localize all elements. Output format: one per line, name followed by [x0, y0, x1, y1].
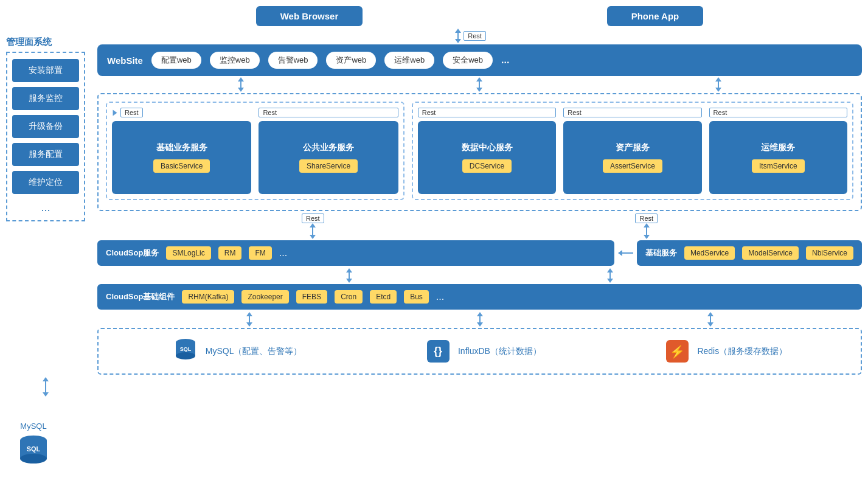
- service-chip-itsm: ItsmService: [752, 159, 805, 173]
- db-redis: ⚡ Redis（服务缓存数据）: [664, 338, 787, 365]
- service-chip-assert: AssertService: [603, 159, 662, 173]
- sidebar-title: 管理面系统: [6, 36, 52, 48]
- rest-label-assert: Rest: [563, 108, 701, 117]
- h-arrow-connector: [618, 250, 633, 256]
- base-db-arrows: [97, 312, 862, 327]
- sidebar-btn-config[interactable]: 服务配置: [12, 143, 79, 166]
- services-cloud-arrows: Rest Rest: [97, 213, 862, 239]
- mysql-db-label: MySQL（配置、告警等）: [206, 346, 302, 357]
- sidebar-dots: ...: [12, 201, 79, 214]
- web-dots: ...: [501, 55, 509, 66]
- influxdb-icon: {}: [425, 338, 452, 365]
- jichu-chip-model: ModelService: [742, 246, 799, 260]
- service-title-dc: 数据中心服务: [462, 142, 513, 153]
- base-bar: CloudSop基础组件 RHM(Kafka) Zookeeper FEBS C…: [97, 284, 862, 310]
- svg-point-6: [176, 352, 195, 359]
- base-chip-cron: Cron: [335, 290, 363, 304]
- sidebar-btn-monitor[interactable]: 服务监控: [12, 87, 79, 110]
- db-mysql: SQL MySQL（配置、告警等）: [172, 338, 302, 365]
- website-service-arrows: [97, 77, 862, 92]
- db-influx: {} InfluxDB（统计数据）: [425, 338, 541, 365]
- svg-text:{}: {}: [434, 345, 442, 357]
- db-row: SQL MySQL（配置、告警等） {} InfluxDB（统计数据） ⚡ Re…: [97, 328, 862, 375]
- service-title-basic: 基础业务服务: [156, 142, 207, 153]
- web-pill-monitor: 监控web: [210, 52, 260, 69]
- svg-text:SQL: SQL: [27, 445, 41, 453]
- web-pill-security: 安全web: [443, 52, 493, 69]
- web-browser-box: Web Browser: [256, 6, 363, 26]
- service-title-assert: 资产服务: [616, 142, 650, 153]
- phone-app-box: Phone App: [607, 6, 704, 26]
- service-title-itsm: 运维服务: [761, 142, 795, 153]
- mysql-sidebar-label: MySQL: [20, 422, 46, 431]
- base-chip-etcd: Etcd: [370, 290, 397, 304]
- web-pill-alarm: 告警web: [268, 52, 318, 69]
- services-outer: Rest 基础业务服务 BasicService Rest 公共业务服务 Sha…: [97, 93, 862, 211]
- influx-db-label: InfluxDB（统计数据）: [458, 346, 541, 357]
- redis-icon: ⚡: [664, 338, 691, 365]
- svg-point-2: [20, 454, 47, 463]
- sidebar-arrow: [43, 377, 49, 397]
- redis-db-label: Redis（服务缓存数据）: [697, 346, 787, 357]
- cloudsop-base-arrows: [97, 268, 862, 283]
- mysql-icon: SQL: [172, 338, 200, 365]
- cloudsop-chip-rm: RM: [218, 246, 242, 260]
- service-chip-basic: BasicService: [153, 159, 210, 173]
- rest-label-itsm: Rest: [709, 108, 847, 117]
- jichu-chip-med: MedService: [684, 246, 735, 260]
- client-rest-arrow: Rest: [97, 29, 862, 43]
- rest-label-dc: Rest: [418, 108, 556, 117]
- cloudsop-chip-smloglic: SMLogLic: [166, 246, 210, 260]
- rest-label-cloudsop: Rest: [302, 213, 324, 223]
- mysql-sidebar-box: MySQL SQL: [15, 422, 52, 468]
- website-title: WebSite: [107, 55, 143, 66]
- cloudsop-chip-fm: FM: [249, 246, 271, 260]
- rest-label-top: Rest: [464, 31, 486, 41]
- service-box-itsm: 运维服务 ItsmService: [709, 121, 847, 194]
- jichu-title: 基础服务: [645, 248, 677, 259]
- cloudsop-jichu-row: CloudSop服务 SMLogLic RM FM ... 基础服务 MedSe…: [97, 240, 862, 266]
- rest-label-basic: Rest: [120, 108, 143, 117]
- service-chip-share: ShareService: [299, 159, 358, 173]
- base-chip-bus: Bus: [404, 290, 429, 304]
- base-chip-febs: FEBS: [296, 290, 327, 304]
- base-title: CloudSop基础组件: [106, 291, 175, 302]
- rest-label-jichu: Rest: [635, 213, 658, 223]
- service-rest-labels: Rest 基础业务服务 BasicService Rest 公共业务服务 Sha…: [106, 102, 853, 200]
- web-pill-asset: 资产web: [326, 52, 376, 69]
- web-pill-config: 配置web: [151, 52, 201, 69]
- svg-text:⚡: ⚡: [670, 344, 685, 359]
- cloudsop-bar: CloudSop服务 SMLogLic RM FM ...: [97, 240, 614, 266]
- cloudsop-dots: ...: [279, 248, 287, 259]
- main-content: Web Browser Phone App Rest WebSite 配置web…: [97, 6, 862, 480]
- sidebar-btn-install[interactable]: 安装部置: [12, 59, 79, 82]
- cloudsop-title: CloudSop服务: [106, 248, 159, 259]
- svg-text:SQL: SQL: [180, 346, 192, 352]
- web-pill-ops: 运维web: [384, 52, 434, 69]
- service-box-dc: 数据中心服务 DCService: [418, 121, 556, 194]
- base-chip-rhm: RHM(Kafka): [182, 290, 234, 304]
- jichu-bar: 基础服务 MedService ModelService NbiService: [637, 240, 862, 266]
- base-dots: ...: [436, 291, 444, 302]
- website-layer: WebSite 配置web 监控web 告警web 资产web 运维web 安全…: [97, 44, 862, 76]
- sidebar-btn-maintain[interactable]: 维护定位: [12, 171, 79, 194]
- service-box-share: 公共业务服务 ShareService: [259, 121, 398, 194]
- rest-label-share: Rest: [259, 108, 398, 117]
- service-title-share: 公共业务服务: [303, 142, 354, 153]
- sidebar: 安装部置 服务监控 升级备份 服务配置 维护定位 ...: [6, 52, 85, 221]
- mysql-sidebar-icon: SQL: [15, 434, 52, 468]
- service-box-basic: 基础业务服务 BasicService: [112, 121, 251, 194]
- jichu-chip-nbi: NbiService: [806, 246, 853, 260]
- clients-row: Web Browser Phone App: [97, 6, 862, 26]
- service-box-assert: 资产服务 AssertService: [563, 121, 701, 194]
- base-chip-zoo: Zookeeper: [241, 290, 288, 304]
- service-chip-dc: DCService: [462, 159, 512, 173]
- sidebar-btn-upgrade[interactable]: 升级备份: [12, 115, 79, 138]
